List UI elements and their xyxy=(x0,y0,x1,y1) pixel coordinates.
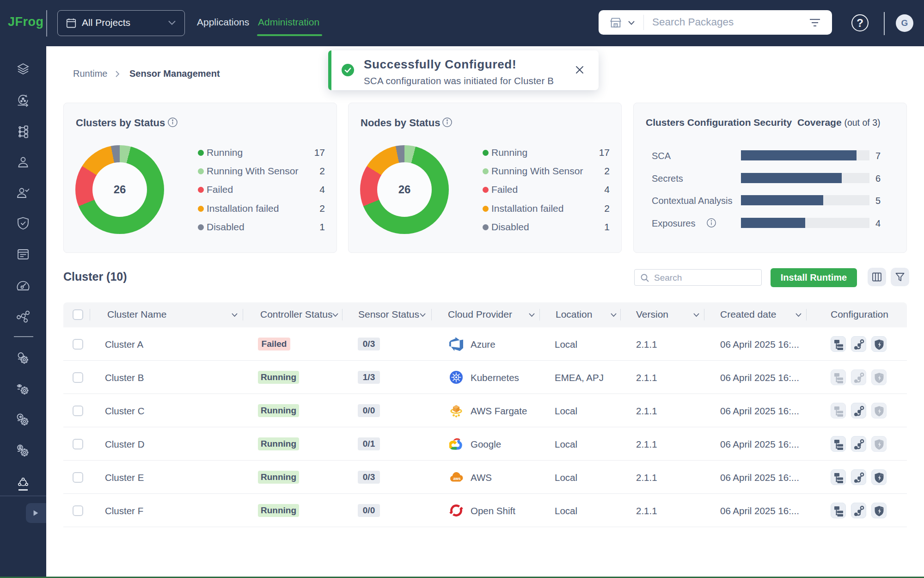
svg-text:aws: aws xyxy=(453,476,460,481)
